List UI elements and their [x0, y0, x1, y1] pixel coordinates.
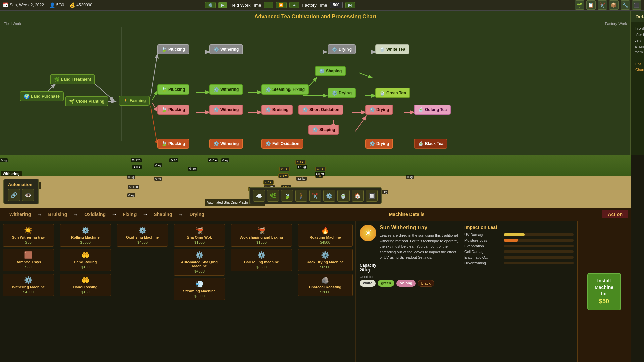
node-black-tea[interactable]: 🍵 Black Tea [414, 139, 447, 149]
icon-btn-6[interactable]: ⬛ [632, 0, 641, 10]
icon-btn-3[interactable]: ✂️ [598, 0, 607, 10]
tab-drying[interactable]: Drying [182, 209, 211, 219]
node-oolong-tea[interactable]: 🍵 Oolong Tea [414, 105, 451, 115]
fast-forward-btn[interactable]: ⏩ [276, 2, 287, 8]
weight-0-2: 0 kg [0, 158, 8, 162]
toolbar-house[interactable]: 🏠 [352, 190, 364, 202]
node-plucking-white[interactable]: 🍃 Plucking [157, 44, 189, 54]
machine-sha-qing-wok[interactable]: 🫕 Sha Qing Wok $1000 [174, 224, 225, 247]
node-plucking-black[interactable]: 🍃 Plucking [157, 139, 189, 149]
calendar-icon: 📅 [3, 2, 8, 8]
machine-bamboo-trays[interactable]: 🟫 Bamboo Trays $50 [3, 249, 54, 272]
node-farming[interactable]: 🚶 Farming [119, 96, 150, 106]
tab-withering[interactable]: Withering [3, 209, 38, 219]
node-withering-black[interactable]: ⚙️ Withering [209, 139, 243, 149]
machine-hand-tossing[interactable]: 🤲 Hand Tossing $150 [60, 274, 111, 296]
node-plucking-oolong[interactable]: 🍃 Plucking [157, 105, 189, 115]
machine-charcoal[interactable]: 🪨 Charcoal Roasting $2000 [298, 274, 353, 296]
toolbar-tealeaf[interactable]: 🍵 [337, 190, 350, 202]
node-land-treatment[interactable]: 🌿 Land Treatment [50, 74, 95, 84]
factory-next-btn[interactable]: ▶| [345, 2, 355, 8]
roasting-icon: 🔥 [321, 226, 329, 234]
tab-fixing[interactable]: Fixing [116, 209, 143, 219]
machine-steaming[interactable]: 💨 Steaming Machine $5000 [174, 278, 225, 300]
machine-oxidising[interactable]: ⚙️ Oxidising Machine $4500 [117, 224, 168, 247]
icon-btn-4[interactable]: 📦 [609, 0, 619, 10]
node-clone-planting[interactable]: 🌱 Clone Planting [65, 96, 108, 106]
node-short-oxidation[interactable]: ⚙️ Short Oxidation [298, 105, 343, 115]
top-right-icons: 🌱 📋 ✂️ 📦 🔧 ⬛ [575, 0, 641, 10]
machine-sun-withering[interactable]: ☀️ Sun Withering tray $50 [3, 224, 54, 247]
node-white-tea[interactable]: 🍵 White Tea [375, 44, 409, 54]
icon-btn-5[interactable]: 🔧 [621, 0, 630, 10]
node-bruising-oolong[interactable]: ⚙️ Bruising [261, 105, 293, 115]
tea-oolong-badge[interactable]: oolong [396, 280, 416, 287]
tab-oxidising[interactable]: Oxidising [77, 209, 112, 219]
arrow-4: ⇒ [143, 212, 147, 217]
left-panel: Advanced Tea Cultivation and Processing … [0, 11, 631, 362]
machine-ball-rolling[interactable]: ⚙️ Ball rolling machine $3500 [231, 249, 292, 272]
weight-0-5: 0 kg [154, 177, 162, 181]
machine-rolling[interactable]: ⚙️ Rolling Machine $5000 [60, 224, 111, 247]
tab-shaping-section: Shaping ⇒ [147, 209, 182, 219]
node-drying-oolong[interactable]: ⚙️ Drying [365, 105, 393, 115]
toolbar-leaf[interactable]: 🌿 [267, 190, 279, 202]
machine-rack-drying[interactable]: ⚙️ Rack Drying Machine $6500 [298, 249, 353, 272]
auto-view-btn[interactable]: 👁️ [22, 189, 34, 201]
ball-rolling-icon: ⚙️ [257, 251, 266, 259]
money-icon: 💰 [69, 2, 75, 8]
automation-title: Automation [8, 182, 34, 187]
tab-shaping[interactable]: Shaping [147, 209, 179, 219]
toolbar-leaf2[interactable]: 🍃 [281, 190, 293, 202]
sun-icon-large: ☀ [360, 225, 376, 241]
node-green-tea[interactable]: 🍵 Green Tea [375, 88, 410, 98]
toolbar-gear[interactable]: ⚙️ [323, 190, 335, 202]
node-shaping-oolong[interactable]: ⚙️ Shaping [308, 125, 339, 135]
machine-automated-sha-qing[interactable]: ⚙️ Automated Sha Qing Machine $4500 [174, 249, 225, 276]
drying-column: 🔥 Roasting Machine $4500 ⚙️ Rack Drying … [295, 221, 356, 362]
toolbar-cloud[interactable]: ☁️ [253, 190, 265, 202]
node-plucking-green[interactable]: 🍃 Plucking [157, 84, 189, 95]
node-withering-oolong[interactable]: ⚙️ Withering [209, 105, 243, 115]
machine-wok-shaping[interactable]: 🫕 Wok shaping and baking $1500 [231, 224, 292, 247]
machine-withering-machine[interactable]: ⚙️ Withering Machine $4000 [3, 274, 54, 296]
node-land-purchase[interactable]: 🌍 Land Purchase [20, 91, 64, 101]
icon-btn-2[interactable]: 📋 [586, 0, 596, 10]
action-panel: InstallMachinefor $50 [577, 221, 631, 362]
impact-bar-uv [504, 233, 525, 236]
tea-black-badge[interactable]: black [418, 280, 434, 287]
node-full-oxidation[interactable]: ⚙️ Full Oxidation [261, 139, 303, 149]
settings-btn[interactable]: ⚙️ [205, 2, 216, 8]
play-btn[interactable]: ▶ [218, 2, 227, 8]
machine-list-area: ☀️ Sun Withering tray $50 🟫 Bamboo Trays… [0, 221, 631, 362]
impact-bar-moisture [504, 239, 518, 242]
machine-hand-rolling[interactable]: 🤲 Hand Rolling $100 [60, 249, 111, 272]
automated-sha-icon: ⚙️ [195, 251, 204, 259]
counter-red-1: ● 0 ● [132, 165, 142, 169]
tea-white-badge[interactable]: white [360, 280, 376, 287]
install-machine-btn[interactable]: InstallMachinefor $50 [587, 273, 621, 310]
node-withering-white[interactable]: ⚙️ Withering [209, 44, 243, 54]
node-withering-green[interactable]: ⚙️ Withering [209, 84, 243, 95]
auto-link-btn[interactable]: 🔗 [8, 189, 20, 201]
skip-btn[interactable]: ⏭ [289, 2, 299, 8]
icon-btn-1[interactable]: 🌱 [575, 0, 584, 10]
arrow-5: ⇒ [179, 212, 182, 217]
toolbar-person[interactable]: 🚶 [295, 190, 307, 202]
tab-bruising[interactable]: Bruising [41, 209, 74, 219]
machine-roasting[interactable]: 🔥 Roasting Machine $4500 [298, 224, 353, 247]
withering-machine-icon: ⚙️ [24, 276, 33, 284]
toolbar-grid[interactable]: 🔲 [366, 190, 378, 202]
impact-uv-damage: UV Damage [464, 233, 574, 237]
node-drying-white[interactable]: ⚙️ Drying [328, 44, 356, 54]
node-drying-green[interactable]: ⚙️ Drying [328, 88, 356, 98]
rack-drying-icon: ⚙️ [321, 251, 329, 259]
factory-counter: 500 [330, 2, 343, 8]
pause-btn[interactable]: ⏸ [264, 2, 273, 8]
node-steaming-fixing[interactable]: ⚙️ Steaming/ Fixing [261, 84, 309, 95]
node-drying-black[interactable]: ⚙️ Drying [365, 139, 393, 149]
tea-green-badge[interactable]: green [378, 280, 394, 287]
toolbar-pluck[interactable]: ✂️ [309, 190, 321, 202]
oxidising-column: ⚙️ Oxidising Machine $4500 [114, 221, 171, 362]
node-shaping-green[interactable]: ⚙️ Shaping [315, 66, 346, 76]
